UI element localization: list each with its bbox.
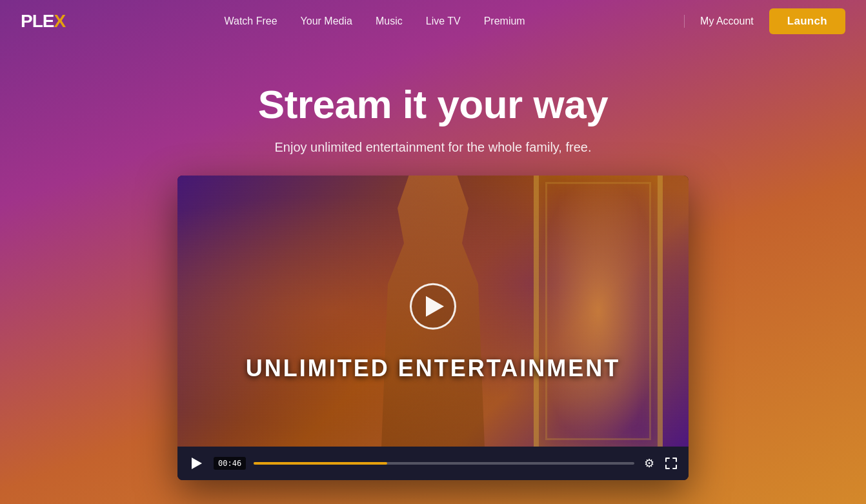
video-progress-fill [254,462,387,465]
hero-subtitle: Enjoy unlimited entertainment for the wh… [13,140,853,155]
nav-live-tv[interactable]: Live TV [426,15,461,26]
fullscreen-icon [665,458,677,469]
nav-premium[interactable]: Premium [484,15,525,26]
video-progress-bar[interactable] [254,462,634,465]
hero-section: Stream it your way Enjoy unlimited enter… [0,43,866,499]
nav-divider [684,15,685,28]
hero-title: Stream it your way [13,81,853,127]
my-account-link[interactable]: My Account [700,15,754,27]
play-button-overlay[interactable] [410,283,456,330]
nav-watch-free[interactable]: Watch Free [225,15,277,26]
video-overlay-text: UNLIMITED ENTERTAINMENT [246,355,620,382]
nav-right: My Account Launch [684,8,845,34]
video-player: UNLIMITED ENTERTAINMENT 00:46 ⚙ [177,176,689,480]
video-timestamp: 00:46 [214,457,246,470]
logo-text-x: X [54,11,65,32]
nav-music[interactable]: Music [376,15,403,26]
video-settings-button[interactable]: ⚙ [642,456,656,470]
nav-your-media[interactable]: Your Media [301,15,352,26]
door-light-effect [534,176,663,447]
launch-button[interactable]: Launch [769,8,845,34]
video-fullscreen-button[interactable] [664,456,678,470]
nav-links: Watch Free Your Media Music Live TV Prem… [225,15,525,27]
navbar: PLEX Watch Free Your Media Music Live TV… [0,0,866,43]
video-screen[interactable]: UNLIMITED ENTERTAINMENT [177,176,689,447]
logo-text-plex: PLE [21,11,54,32]
video-controls-bar: 00:46 ⚙ [177,447,689,480]
plex-logo[interactable]: PLEX [21,11,65,32]
video-play-button[interactable] [188,454,206,472]
